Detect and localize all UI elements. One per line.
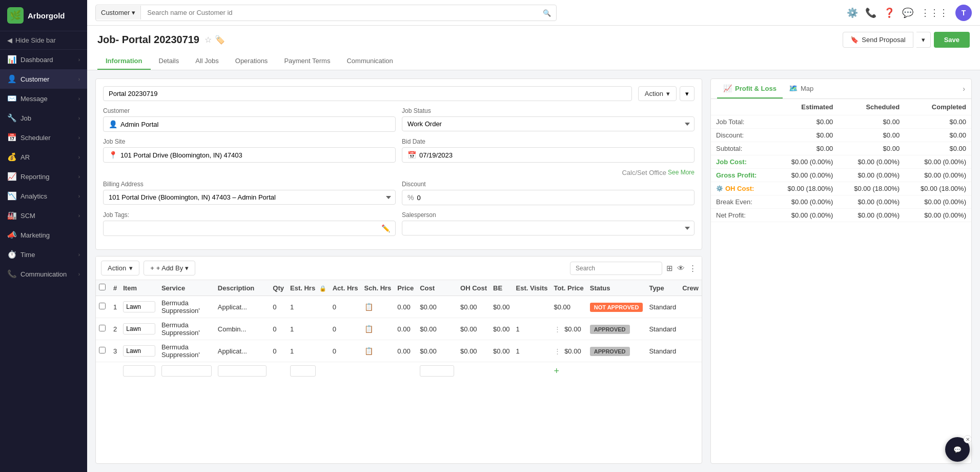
chevron-right-icon-7: › bbox=[78, 174, 80, 180]
avatar[interactable]: T bbox=[955, 5, 972, 21]
chat-widget[interactable]: 💬 ✕ bbox=[945, 437, 970, 462]
sidebar-item-time[interactable]: ⏱️ Time › bbox=[0, 245, 87, 264]
scm-icon: 🏭 bbox=[7, 211, 16, 220]
analytics-icon: 📉 bbox=[7, 191, 16, 201]
tab-all-jobs[interactable]: All Jobs bbox=[187, 53, 227, 70]
cell-item-input[interactable] bbox=[123, 301, 155, 312]
sidebar-item-communication[interactable]: 📞 Communication › bbox=[0, 264, 87, 284]
search-category-dropdown[interactable]: Customer ▾ bbox=[96, 6, 141, 19]
job-tags-input[interactable] bbox=[109, 225, 378, 232]
row-checkbox[interactable] bbox=[99, 303, 106, 309]
table-search-input[interactable] bbox=[570, 262, 662, 275]
search-icon: 🔍 bbox=[543, 9, 551, 17]
cell-item-input[interactable] bbox=[123, 323, 155, 335]
send-proposal-icon: 🔖 bbox=[850, 36, 859, 44]
chat-button[interactable]: 💬 bbox=[902, 7, 913, 18]
salesperson-select[interactable] bbox=[402, 221, 695, 235]
customer-icon: 👤 bbox=[7, 74, 16, 84]
sidebar-item-customer-label: Customer bbox=[21, 75, 49, 83]
profit-loss-tab-label: Profit & Loss bbox=[735, 85, 777, 92]
pl-cell-completed: $0.00 (0.00%) bbox=[905, 195, 971, 209]
expand-button[interactable]: ▾ bbox=[680, 86, 695, 101]
cell-type: Standard bbox=[646, 296, 679, 318]
tab-profit-loss[interactable]: 📈 Profit & Loss bbox=[717, 79, 783, 99]
sidebar-item-ar[interactable]: 💰 AR › bbox=[0, 147, 87, 167]
sidebar-item-marketing[interactable]: 📣 Marketing bbox=[0, 225, 87, 245]
sidebar-item-dashboard[interactable]: 📊 Dashboard › bbox=[0, 50, 87, 69]
job-site-input[interactable] bbox=[120, 151, 390, 159]
sidebar-item-customer[interactable]: 👤 Customer › bbox=[0, 69, 87, 89]
cell-cost: $0.00 bbox=[417, 296, 457, 318]
sidebar-item-reporting[interactable]: 📈 Reporting › bbox=[0, 167, 87, 186]
new-item-input[interactable] bbox=[123, 365, 155, 377]
select-all-checkbox[interactable] bbox=[99, 284, 106, 290]
settings-button[interactable]: ⚙️ bbox=[847, 7, 858, 18]
cell-cost: $0.00 bbox=[417, 318, 457, 340]
row-options-icon[interactable]: ⋮ bbox=[554, 325, 561, 333]
job-status-select[interactable]: Work Order bbox=[402, 116, 695, 131]
tab-details[interactable]: Details bbox=[151, 53, 188, 70]
pl-cell-completed: $0.00 (18.00%) bbox=[905, 182, 971, 195]
add-by-button[interactable]: + + Add By ▾ bbox=[144, 261, 195, 276]
add-row-button[interactable]: + bbox=[554, 366, 560, 377]
row-options-icon[interactable]: ⋮ bbox=[554, 347, 561, 355]
new-service-input[interactable] bbox=[161, 365, 212, 377]
phone-button[interactable]: 📞 bbox=[865, 7, 876, 18]
cell-item-input[interactable] bbox=[123, 345, 155, 357]
sidebar-item-message[interactable]: ✉️ Message › bbox=[0, 89, 87, 108]
table-action-button[interactable]: Action ▾ bbox=[101, 261, 139, 276]
action-button[interactable]: Action ▾ bbox=[638, 86, 677, 101]
pl-cell-scheduled: $0.00 bbox=[838, 115, 905, 129]
sidebar-item-scheduler[interactable]: 📅 Scheduler › bbox=[0, 128, 87, 147]
search-button[interactable]: 🔍 bbox=[538, 5, 556, 21]
cell-est-hrs: 1 bbox=[287, 340, 330, 362]
tab-map[interactable]: 🗺️ Map bbox=[783, 79, 820, 99]
row-checkbox[interactable] bbox=[99, 347, 106, 353]
chat-close-button[interactable]: ✕ bbox=[964, 435, 972, 443]
new-price-input[interactable] bbox=[420, 365, 454, 377]
grid-view-button[interactable]: ⊞ bbox=[666, 262, 673, 275]
pl-cell-label: Gross Profit: bbox=[711, 169, 772, 182]
pl-cell-estimated: $0.00 bbox=[772, 142, 839, 155]
sidebar-item-analytics[interactable]: 📉 Analytics › bbox=[0, 186, 87, 206]
tab-operations[interactable]: Operations bbox=[227, 53, 276, 70]
more-options-button[interactable]: ⋮ bbox=[689, 262, 697, 275]
help-button[interactable]: ❓ bbox=[884, 7, 895, 18]
right-panel: 📈 Profit & Loss 🗺️ Map › Estimated Sched… bbox=[710, 78, 972, 464]
sidebar-item-job[interactable]: 🔧 Job › bbox=[0, 108, 87, 128]
see-more-link[interactable]: See More bbox=[668, 169, 695, 176]
cell-act-hrs: 0 bbox=[330, 318, 361, 340]
cell-crew bbox=[679, 296, 702, 318]
send-proposal-dropdown[interactable]: ▾ bbox=[916, 32, 931, 48]
search-input[interactable] bbox=[141, 6, 538, 19]
new-desc-input[interactable] bbox=[218, 365, 267, 377]
hide-sidebar-btn[interactable]: ◀ Hide Side bar bbox=[0, 31, 87, 50]
pl-cell-scheduled: $0.00 (0.00%) bbox=[838, 155, 905, 169]
bid-date-input[interactable] bbox=[419, 151, 689, 159]
tab-payment-terms[interactable]: Payment Terms bbox=[276, 53, 338, 70]
send-proposal-button[interactable]: 🔖 Send Proposal bbox=[843, 32, 913, 48]
job-site-field: Job Site 📍 bbox=[103, 138, 396, 163]
save-button[interactable]: Save bbox=[934, 32, 970, 48]
pl-cell-estimated: $0.00 bbox=[772, 115, 839, 129]
pl-cell-completed: $0.00 (0.00%) bbox=[905, 169, 971, 182]
row-checkbox[interactable] bbox=[99, 325, 106, 331]
customer-input[interactable] bbox=[120, 121, 390, 128]
hide-sidebar-icon: ◀ bbox=[7, 36, 12, 44]
tab-information[interactable]: Information bbox=[97, 53, 151, 70]
tab-communication[interactable]: Communication bbox=[338, 53, 401, 70]
collapse-right-panel-button[interactable]: › bbox=[963, 85, 965, 93]
tag-button[interactable]: 🏷️ bbox=[215, 35, 225, 45]
cell-service: Bermuda Suppression' bbox=[158, 296, 215, 318]
billing-address-select[interactable]: 101 Portal Drive (Bloomington, IN) 47403… bbox=[103, 190, 396, 205]
job-name-input[interactable] bbox=[103, 86, 632, 101]
col-status: Status bbox=[587, 280, 646, 296]
apps-button[interactable]: ⋮⋮⋮ bbox=[921, 7, 948, 18]
sidebar-item-scm[interactable]: 🏭 SCM › bbox=[0, 206, 87, 225]
new-esthrs-input[interactable] bbox=[290, 365, 316, 377]
eye-view-button[interactable]: 👁 bbox=[677, 262, 685, 275]
star-button[interactable]: ☆ bbox=[205, 35, 212, 45]
discount-input[interactable] bbox=[417, 194, 689, 202]
sidebar-item-message-label: Message bbox=[21, 95, 48, 103]
cell-qty: 0 bbox=[270, 318, 287, 340]
